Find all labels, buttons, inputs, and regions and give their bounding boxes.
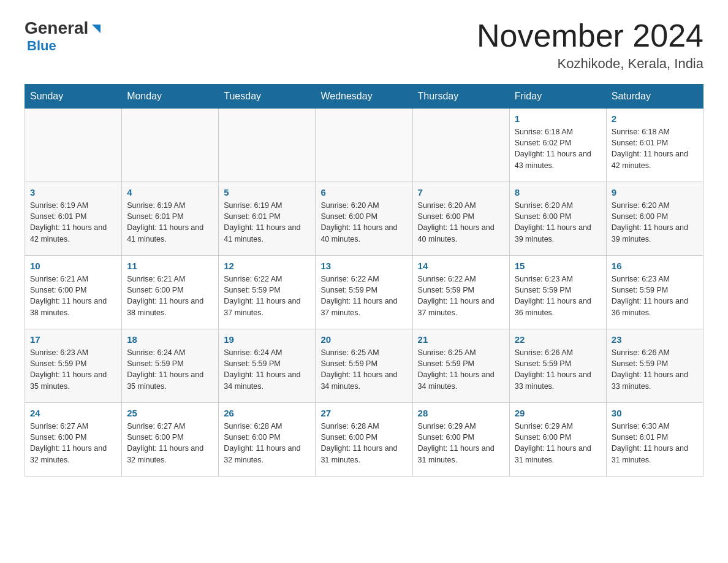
calendar-cell: 8Sunrise: 6:20 AM Sunset: 6:00 PM Daylig… (509, 182, 606, 256)
calendar-cell: 15Sunrise: 6:23 AM Sunset: 5:59 PM Dayli… (509, 256, 606, 329)
calendar-cell: 23Sunrise: 6:26 AM Sunset: 5:59 PM Dayli… (606, 329, 703, 403)
day-number: 20 (320, 334, 407, 345)
day-number: 13 (320, 261, 407, 271)
calendar-day-header: Thursday (412, 85, 509, 109)
calendar-day-header: Saturday (606, 85, 703, 109)
day-number: 5 (224, 187, 310, 197)
day-number: 12 (224, 261, 310, 271)
day-number: 11 (127, 261, 213, 271)
calendar-cell: 28Sunrise: 6:29 AM Sunset: 6:00 PM Dayli… (412, 403, 509, 477)
calendar-cell: 4Sunrise: 6:19 AM Sunset: 6:01 PM Daylig… (122, 182, 219, 256)
calendar-cell: 17Sunrise: 6:23 AM Sunset: 5:59 PM Dayli… (25, 329, 122, 403)
day-info: Sunrise: 6:24 AM Sunset: 5:59 PM Dayligh… (127, 347, 213, 392)
day-number: 4 (127, 187, 213, 197)
day-info: Sunrise: 6:20 AM Sunset: 6:00 PM Dayligh… (515, 200, 601, 245)
calendar-week-row: 24Sunrise: 6:27 AM Sunset: 6:00 PM Dayli… (25, 403, 703, 477)
calendar-week-row: 10Sunrise: 6:21 AM Sunset: 6:00 PM Dayli… (25, 256, 703, 329)
day-number: 14 (418, 261, 504, 271)
logo: General Blue (25, 18, 103, 54)
calendar-header-row: SundayMondayTuesdayWednesdayThursdayFrid… (25, 85, 703, 109)
day-info: Sunrise: 6:19 AM Sunset: 6:01 PM Dayligh… (224, 200, 310, 245)
day-info: Sunrise: 6:20 AM Sunset: 6:00 PM Dayligh… (320, 200, 407, 245)
calendar-cell: 19Sunrise: 6:24 AM Sunset: 5:59 PM Dayli… (219, 329, 316, 403)
calendar-day-header: Tuesday (219, 85, 316, 109)
day-number: 30 (612, 408, 698, 418)
day-info: Sunrise: 6:27 AM Sunset: 6:00 PM Dayligh… (30, 421, 116, 465)
day-number: 16 (612, 261, 698, 271)
day-number: 7 (418, 187, 504, 197)
day-info: Sunrise: 6:28 AM Sunset: 6:00 PM Dayligh… (224, 421, 310, 465)
day-number: 15 (515, 261, 601, 271)
calendar-cell: 10Sunrise: 6:21 AM Sunset: 6:00 PM Dayli… (25, 256, 122, 329)
day-number: 17 (30, 334, 116, 345)
day-info: Sunrise: 6:20 AM Sunset: 6:00 PM Dayligh… (418, 200, 504, 245)
calendar-cell: 5Sunrise: 6:19 AM Sunset: 6:01 PM Daylig… (219, 182, 316, 256)
title-area: November 2024 Kozhikode, Kerala, India (477, 18, 703, 72)
calendar-cell: 1Sunrise: 6:18 AM Sunset: 6:02 PM Daylig… (509, 109, 606, 182)
day-number: 10 (30, 261, 116, 271)
day-number: 3 (30, 187, 116, 197)
calendar-cell: 11Sunrise: 6:21 AM Sunset: 6:00 PM Dayli… (122, 256, 219, 329)
calendar-week-row: 17Sunrise: 6:23 AM Sunset: 5:59 PM Dayli… (25, 329, 703, 403)
day-number: 25 (127, 408, 213, 418)
calendar-cell: 29Sunrise: 6:29 AM Sunset: 6:00 PM Dayli… (509, 403, 606, 477)
logo-general-text: General (25, 18, 88, 38)
calendar-cell: 27Sunrise: 6:28 AM Sunset: 6:00 PM Dayli… (316, 403, 412, 477)
day-info: Sunrise: 6:23 AM Sunset: 5:59 PM Dayligh… (30, 347, 116, 392)
calendar-cell: 13Sunrise: 6:22 AM Sunset: 5:59 PM Dayli… (316, 256, 412, 329)
day-number: 19 (224, 334, 310, 345)
calendar-week-row: 1Sunrise: 6:18 AM Sunset: 6:02 PM Daylig… (25, 109, 703, 182)
day-info: Sunrise: 6:29 AM Sunset: 6:00 PM Dayligh… (515, 421, 601, 465)
calendar-cell: 2Sunrise: 6:18 AM Sunset: 6:01 PM Daylig… (606, 109, 703, 182)
calendar-cell: 25Sunrise: 6:27 AM Sunset: 6:00 PM Dayli… (122, 403, 219, 477)
calendar-table: SundayMondayTuesdayWednesdayThursdayFrid… (25, 84, 703, 477)
day-info: Sunrise: 6:19 AM Sunset: 6:01 PM Dayligh… (127, 200, 213, 245)
day-number: 29 (515, 408, 601, 418)
calendar-cell: 22Sunrise: 6:26 AM Sunset: 5:59 PM Dayli… (509, 329, 606, 403)
calendar-day-header: Wednesday (316, 85, 412, 109)
day-info: Sunrise: 6:18 AM Sunset: 6:01 PM Dayligh… (612, 126, 698, 171)
day-info: Sunrise: 6:26 AM Sunset: 5:59 PM Dayligh… (612, 347, 698, 392)
day-number: 2 (612, 113, 698, 124)
day-info: Sunrise: 6:29 AM Sunset: 6:00 PM Dayligh… (418, 421, 504, 465)
calendar-cell: 18Sunrise: 6:24 AM Sunset: 5:59 PM Dayli… (122, 329, 219, 403)
day-number: 22 (515, 334, 601, 345)
calendar-cell (25, 109, 122, 182)
location: Kozhikode, Kerala, India (477, 56, 703, 72)
logo-blue-text: Blue (27, 38, 56, 53)
calendar-cell (412, 109, 509, 182)
day-number: 6 (320, 187, 407, 197)
calendar-week-row: 3Sunrise: 6:19 AM Sunset: 6:01 PM Daylig… (25, 182, 703, 256)
calendar-cell: 12Sunrise: 6:22 AM Sunset: 5:59 PM Dayli… (219, 256, 316, 329)
day-info: Sunrise: 6:25 AM Sunset: 5:59 PM Dayligh… (320, 347, 407, 392)
calendar-cell: 30Sunrise: 6:30 AM Sunset: 6:01 PM Dayli… (606, 403, 703, 477)
logo-triangle-icon (89, 22, 103, 36)
day-number: 28 (418, 408, 504, 418)
svg-marker-0 (92, 25, 100, 33)
day-number: 21 (418, 334, 504, 345)
day-number: 8 (515, 187, 601, 197)
day-number: 23 (612, 334, 698, 345)
day-info: Sunrise: 6:22 AM Sunset: 5:59 PM Dayligh… (224, 274, 310, 318)
day-info: Sunrise: 6:22 AM Sunset: 5:59 PM Dayligh… (418, 274, 504, 318)
day-info: Sunrise: 6:18 AM Sunset: 6:02 PM Dayligh… (515, 126, 601, 171)
day-info: Sunrise: 6:19 AM Sunset: 6:01 PM Dayligh… (30, 200, 116, 245)
calendar-cell: 26Sunrise: 6:28 AM Sunset: 6:00 PM Dayli… (219, 403, 316, 477)
calendar-cell: 3Sunrise: 6:19 AM Sunset: 6:01 PM Daylig… (25, 182, 122, 256)
day-info: Sunrise: 6:25 AM Sunset: 5:59 PM Dayligh… (418, 347, 504, 392)
day-number: 27 (320, 408, 407, 418)
day-info: Sunrise: 6:23 AM Sunset: 5:59 PM Dayligh… (515, 274, 601, 318)
calendar-cell: 16Sunrise: 6:23 AM Sunset: 5:59 PM Dayli… (606, 256, 703, 329)
day-info: Sunrise: 6:21 AM Sunset: 6:00 PM Dayligh… (30, 274, 116, 318)
calendar-day-header: Friday (509, 85, 606, 109)
day-info: Sunrise: 6:26 AM Sunset: 5:59 PM Dayligh… (515, 347, 601, 392)
page-header: General Blue November 2024 Kozhikode, Ke… (25, 18, 703, 72)
day-number: 24 (30, 408, 116, 418)
calendar-day-header: Monday (122, 85, 219, 109)
day-number: 9 (612, 187, 698, 197)
calendar-cell: 21Sunrise: 6:25 AM Sunset: 5:59 PM Dayli… (412, 329, 509, 403)
calendar-cell (316, 109, 412, 182)
day-info: Sunrise: 6:23 AM Sunset: 5:59 PM Dayligh… (612, 274, 698, 318)
day-info: Sunrise: 6:27 AM Sunset: 6:00 PM Dayligh… (127, 421, 213, 465)
day-info: Sunrise: 6:21 AM Sunset: 6:00 PM Dayligh… (127, 274, 213, 318)
